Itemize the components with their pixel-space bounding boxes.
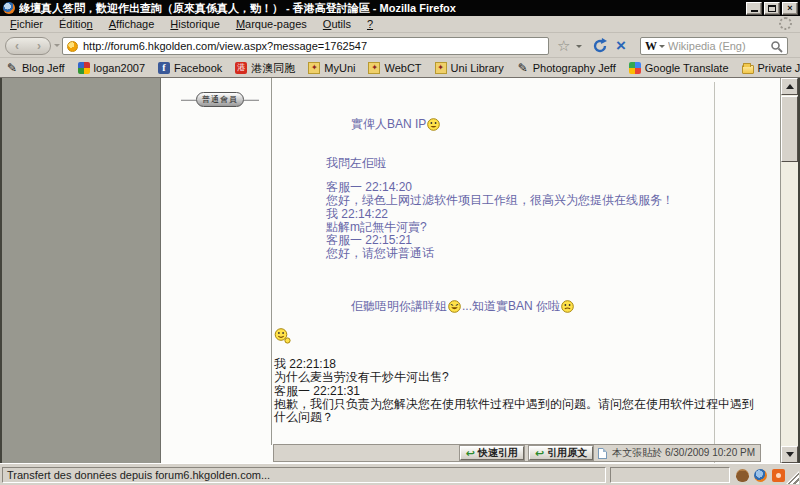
bookmark-facebook[interactable]: fFacebook [158,62,222,74]
chat-line: 您好，请您讲普通话 [326,247,674,260]
scroll-down-button[interactable] [781,446,798,463]
firefox-app-icon [3,2,15,14]
bookmark-gangao[interactable]: 港港澳同胞 [235,61,295,76]
wikipedia-engine-icon[interactable]: W [645,39,657,54]
reload-button[interactable] [592,38,608,56]
member-badge-label: 普通會員 [196,92,244,107]
quote-original-button[interactable]: ↩ 引用原文 [529,446,593,460]
bookmark-label: 港澳同胞 [251,61,295,76]
stop-button[interactable]: × [616,35,626,56]
bookmark-webct[interactable]: ✦WebCT [368,62,421,74]
scrollbar-thumb[interactable] [781,96,798,162]
member-badge: 普通會員 [181,92,259,107]
forward-icon[interactable]: › [37,39,41,53]
bookmarks-toolbar: ✎Blog Jeff logan2007 fFacebook 港港澳同胞 ✦My… [0,59,800,78]
bookmark-private-jeff[interactable]: Private Jeff [742,62,800,74]
quote-arrow-icon: ↩ [535,448,544,458]
quick-quote-button[interactable]: ↩ 快速引用 [460,446,524,460]
page-viewport: 普通會員 實俾人BAN IP 我問左佢啦 客服一 22:14:20 您好，绿色上… [0,78,800,463]
back-icon[interactable]: ‹ [15,39,19,53]
engine-dropdown-icon[interactable] [659,45,665,51]
wave-emoticon-icon [274,328,291,344]
followup-transcript: 我 22:21:18 为什么麦当劳没有干炒牛河出售? 客服一 22:21:31 … [274,358,754,424]
back-forward-buttons[interactable]: ‹ › [5,37,51,55]
maximize-icon [768,5,776,12]
university-crest-icon: ✦ [368,62,380,74]
vertical-scrollbar[interactable] [781,78,798,463]
search-bar[interactable]: W Wikipedia (Eng) [640,37,788,55]
minimize-button[interactable] [746,2,762,15]
reply-text: ...知道實BAN 你啦 [462,298,560,315]
chat-line: 點解m記無牛河賣? [326,221,674,234]
grin-emoticon-icon [427,118,440,131]
menu-outils[interactable]: Outils [315,17,359,31]
resize-grip[interactable] [786,471,799,484]
bookmark-label: WebCT [384,62,421,74]
search-input[interactable]: Wikipedia (Eng) [668,40,770,52]
address-bar[interactable]: http://forum6.hkgolden.com/view.aspx?mes… [62,37,549,55]
chat-line: 您好，绿色上网过滤软件项目工作组，很高兴为您提供在线服务！ [326,194,674,207]
document-icon [598,448,607,459]
scroll-up-button[interactable] [781,78,798,95]
progress-panel [610,467,730,483]
bookmark-label: Facebook [174,62,222,74]
university-crest-icon: ✦ [308,62,320,74]
post-footer-bar: ↩ 快速引用 ↩ 引用原文 本文張貼於 6/30/2009 10:20 PM [273,444,761,462]
forum-post-table: 普通會員 實俾人BAN IP 我問左佢啦 客服一 22:14:20 您好，绿色上… [160,78,780,463]
red-site-icon: 港 [235,62,247,74]
menu-affichage[interactable]: Affichage [101,17,163,31]
title-bar: 綠壇真人答問，歡迎作出查詢（原來真係真人，勁！） - 香港高登討論區 - Moz… [0,0,800,16]
chat-transcript: 客服一 22:14:20 您好，绿色上网过滤软件项目工作组，很高兴为您提供在线服… [326,181,674,261]
bookmark-dropdown-icon[interactable] [576,45,582,51]
quote-arrow-icon: ↩ [466,448,475,458]
post-reply-line: 佢聽唔明你講咩姐 ...知道實BAN 你啦 [351,298,575,315]
badge-line [181,99,196,101]
chat-line: 客服一 22:21:31 [274,385,754,398]
menu-marque-pages[interactable]: Marque-pages [228,17,315,31]
bookmark-uni-library[interactable]: ✦Uni Library [435,62,504,74]
bookmark-label: Uni Library [451,62,504,74]
chat-line: 客服一 22:15:21 [326,234,674,247]
bookmark-logan2007[interactable]: logan2007 [78,62,145,74]
bookmark-myuni[interactable]: ✦MyUni [308,62,355,74]
window-title: 綠壇真人答問，歡迎作出查詢（原來真係真人，勁！） - 香港高登討論區 - Moz… [19,1,742,16]
close-icon: × [787,4,792,13]
bookmark-label: Google Translate [645,62,729,74]
table-column-divider [271,78,272,445]
search-icon[interactable] [770,40,783,53]
minimize-icon [751,10,758,12]
history-dropdown-icon[interactable] [54,44,60,50]
menu-bar: Fichier Édition Affichage Historique Mar… [0,16,800,33]
bookmark-photography-jeff[interactable]: ✎Photography Jeff [517,62,616,74]
close-button[interactable]: × [782,2,798,15]
google-icon [629,62,641,74]
pen-icon: ✎ [6,62,18,74]
firefox-icon[interactable] [754,469,767,482]
extension-paw-icon[interactable] [736,469,749,482]
menu-aide[interactable]: ? [359,17,381,31]
folder-icon [742,65,754,74]
arrow-up-icon [786,80,794,89]
chat-line: 客服一 22:14:20 [326,181,674,194]
navigation-toolbar: ‹ › http://forum6.hkgolden.com/view.aspx… [0,34,800,58]
menu-edition[interactable]: Édition [51,17,101,31]
bookmark-google-translate[interactable]: Google Translate [629,62,729,74]
menu-fichier[interactable]: Fichier [2,17,51,31]
pen-icon: ✎ [517,62,529,74]
url-text[interactable]: http://forum6.hkgolden.com/view.aspx?mes… [83,40,367,52]
badge-line [244,99,259,101]
facebook-icon: f [158,62,170,74]
chat-line: 为什么麦当劳没有干炒牛河出售? [274,371,754,384]
smirk-emoticon-icon [561,300,574,313]
bookmark-label: logan2007 [94,62,145,74]
bookmark-star-icon[interactable]: ☆ [557,37,570,55]
chat-line: 我 22:14:22 [326,208,674,221]
laugh-emoticon-icon [448,300,461,313]
bookmark-blog-jeff[interactable]: ✎Blog Jeff [6,62,65,74]
status-bar: Transfert des données depuis forum6.hkgo… [0,463,800,485]
extension-orange-icon[interactable] [772,469,785,482]
menu-historique[interactable]: Historique [162,17,228,31]
maximize-button[interactable] [764,2,780,15]
bookmark-label: MyUni [324,62,355,74]
chat-line: 什么问题？ [274,411,754,424]
